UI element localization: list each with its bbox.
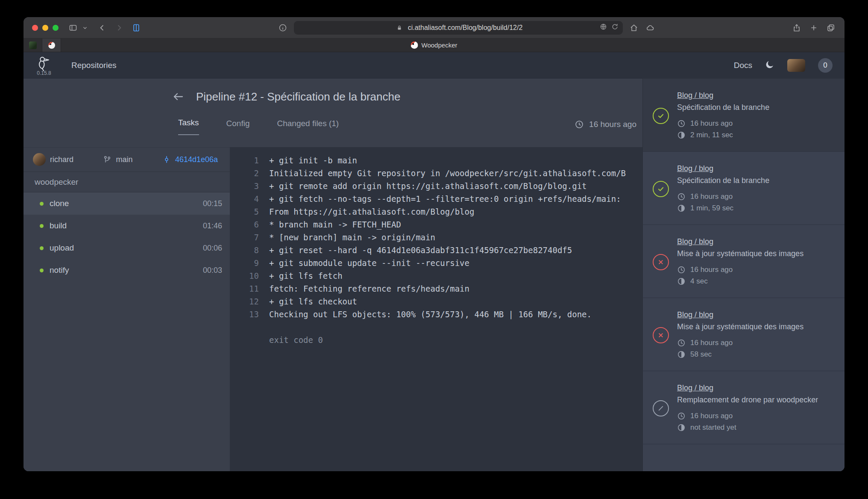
author-group: richard: [33, 153, 73, 166]
build-repo-link[interactable]: Blog / blog: [677, 310, 713, 319]
log-line: 9 + git submodule update --init --recurs…: [230, 257, 642, 269]
step-row[interactable]: upload 00:06: [23, 237, 230, 259]
build-repo-link[interactable]: Blog / blog: [677, 91, 713, 100]
url-text: ci.athaliasoft.com/Blog/blog/build/12/2: [408, 24, 523, 32]
log-line: 6 * branch main -> FETCH_HEAD: [230, 218, 642, 231]
build-item[interactable]: Blog / blog Mise à jour systématique des…: [643, 225, 845, 298]
notification-badge[interactable]: 0: [818, 58, 833, 73]
chevron-down-icon[interactable]: [80, 23, 90, 33]
step-name: notify: [50, 266, 69, 275]
build-duration: 58 sec: [690, 348, 712, 360]
user-avatar[interactable]: [787, 59, 805, 72]
step-duration: 00:06: [203, 244, 222, 253]
nav-docs[interactable]: Docs: [734, 61, 752, 70]
step-duration: 00:15: [203, 199, 222, 208]
step-name: build: [50, 221, 67, 230]
build-repo-link[interactable]: Blog / blog: [677, 237, 713, 246]
dark-mode-toggle-icon[interactable]: [765, 60, 774, 71]
pipeline-header: Pipeline #12 - Spécification de la branc…: [23, 79, 642, 147]
commit-link[interactable]: 4614d1e06a: [162, 155, 218, 164]
woodpecker-logo[interactable]: 0.15.8: [35, 55, 53, 76]
active-tab[interactable]: Woodpecker: [411, 38, 457, 52]
log-output: 1 + git init -b main 2 Initialized empty…: [230, 147, 642, 471]
log-lines: 1 + git init -b main 2 Initialized empty…: [230, 154, 642, 321]
log-line-number: 3: [230, 180, 259, 192]
build-repo-link[interactable]: Blog / blog: [677, 384, 713, 392]
share-icon[interactable]: [792, 23, 802, 33]
pinned-tab-2-favicon: [48, 42, 55, 49]
pipeline-tab[interactable]: Changed files (1): [277, 119, 339, 135]
status-not-started-icon: [653, 400, 669, 416]
home-icon[interactable]: [629, 23, 639, 33]
log-line-number: 13: [230, 308, 259, 321]
clock-icon: [677, 339, 686, 347]
build-item[interactable]: Blog / blog Spécification de la branche …: [643, 152, 845, 225]
status-success-icon: [653, 108, 669, 124]
clock-icon: [677, 192, 686, 201]
log-line-number: 6: [230, 218, 259, 231]
log-line: 10 + git lfs fetch: [230, 269, 642, 282]
build-message: Spécification de la branche: [677, 103, 769, 112]
build-item[interactable]: Blog / blog Spécification de la branche …: [643, 79, 845, 152]
builds-sidebar: Blog / blog Spécification de la branche …: [642, 79, 845, 471]
step-row[interactable]: build 01:46: [23, 215, 230, 237]
cloud-tabs-icon[interactable]: [645, 23, 655, 33]
step-status-dot: [40, 224, 44, 228]
build-item[interactable]: Blog / blog Remplacement de drone par wo…: [643, 371, 845, 444]
step-status-dot: [40, 246, 44, 250]
new-tab-icon[interactable]: [809, 23, 819, 33]
build-repo-link[interactable]: Blog / blog: [677, 164, 713, 173]
url-zone: ci.athaliasoft.com/Blog/blog/build/12/2: [148, 21, 785, 35]
log-line-number: 7: [230, 231, 259, 244]
zoom-window-button[interactable]: [53, 25, 59, 31]
duration-icon: [677, 277, 686, 286]
log-line-text: Checking out LFS objects: 100% (573/573)…: [259, 308, 592, 321]
status-failure-icon: [653, 327, 669, 343]
address-bar[interactable]: ci.athaliasoft.com/Blog/blog/build/12/2: [294, 21, 623, 35]
log-line-text: + git fetch --no-tags --depth=1 --filter…: [259, 192, 621, 205]
step-status-dot: [40, 202, 44, 206]
back-icon[interactable]: [97, 23, 107, 33]
tab-overview-icon[interactable]: [826, 23, 836, 33]
branch-name: main: [116, 155, 132, 164]
step-name: clone: [50, 199, 69, 208]
author-avatar: [33, 153, 46, 166]
tab-group-icon[interactable]: [131, 23, 141, 33]
pinned-tab-1[interactable]: [23, 38, 42, 52]
step-row[interactable]: clone 00:15: [23, 192, 230, 215]
commit-sha: 4614d1e06a: [175, 155, 218, 164]
log-line-text: + git lfs checkout: [259, 295, 357, 308]
clock-icon: [575, 120, 584, 129]
clock-icon: [677, 266, 686, 274]
build-message: Remplacement de drone par woodpecker: [677, 396, 818, 405]
minimize-window-button[interactable]: [42, 25, 48, 31]
close-window-button[interactable]: [32, 25, 38, 31]
build-item[interactable]: Blog / blog Mise à jour systématique des…: [643, 298, 845, 371]
pinned-tab-2[interactable]: [42, 38, 61, 52]
log-line-text: * branch main -> FETCH_HEAD: [259, 218, 401, 231]
log-line-text: fetch: Fetching reference refs/heads/mai…: [259, 282, 469, 295]
log-line-number: 9: [230, 257, 259, 269]
sidebar-toggle-icon[interactable]: [68, 23, 78, 33]
translate-icon[interactable]: [600, 23, 607, 32]
build-message: Mise à jour systématique des images: [677, 249, 803, 258]
build-item[interactable]: Blog / blog: [643, 444, 845, 471]
step-row[interactable]: notify 00:03: [23, 259, 230, 281]
reload-icon[interactable]: [611, 23, 619, 32]
build-time-ago: 16 hours ago: [690, 264, 733, 275]
back-arrow-icon[interactable]: [171, 90, 185, 103]
log-line-number: 1: [230, 154, 259, 167]
page-settings-icon[interactable]: [278, 23, 288, 33]
forward-icon[interactable]: [114, 23, 124, 33]
log-line-number: 5: [230, 205, 259, 218]
log-line: 3 + git remote add origin https://git.at…: [230, 180, 642, 192]
pipeline-tab[interactable]: Tasks: [178, 118, 199, 135]
build-message: Spécification de la branche: [677, 176, 769, 185]
clock-icon: [677, 119, 686, 128]
pipeline-tab[interactable]: Config: [226, 119, 250, 135]
build-duration: 1 min, 59 sec: [690, 202, 733, 214]
nav-repositories[interactable]: Repositories: [71, 61, 117, 70]
step-name: upload: [50, 243, 74, 253]
branch-icon: [103, 155, 111, 164]
build-time-ago: 16 hours ago: [690, 118, 733, 129]
